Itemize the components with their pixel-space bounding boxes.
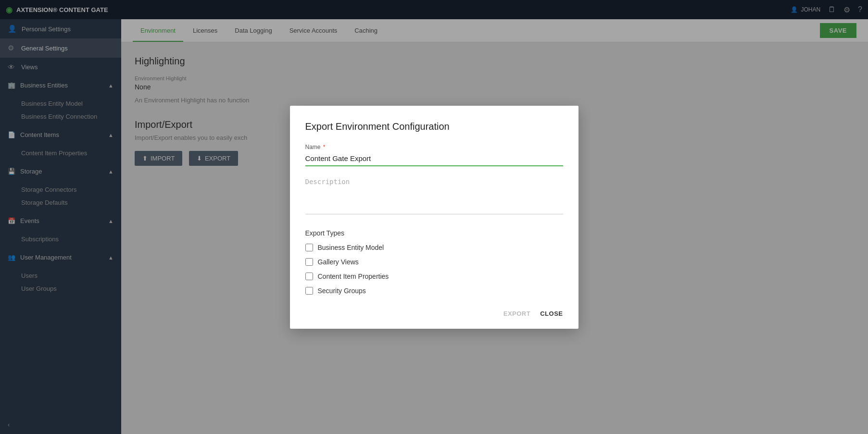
description-textarea[interactable] [305, 176, 563, 214]
export-dialog: Export Environment Configuration Name * … [290, 106, 579, 329]
checkbox-security-groups[interactable] [305, 287, 313, 295]
dialog-close-button[interactable]: CLOSE [540, 310, 563, 317]
dialog-title: Export Environment Configuration [305, 121, 563, 132]
business-entity-model-label: Business Entity Model [318, 244, 384, 251]
dialog-overlay: Export Environment Configuration Name * … [0, 0, 868, 434]
export-type-business-entity-model: Business Entity Model [305, 244, 563, 251]
checkbox-gallery-views[interactable] [305, 258, 313, 266]
security-groups-label: Security Groups [318, 287, 366, 295]
gallery-views-label: Gallery Views [318, 258, 359, 266]
export-type-security-groups: Security Groups [305, 287, 563, 295]
checkbox-content-item-properties[interactable] [305, 273, 313, 280]
dialog-export-button[interactable]: EXPORT [503, 310, 530, 317]
name-field-label: Name * [305, 144, 563, 150]
checkbox-business-entity-model[interactable] [305, 244, 313, 251]
export-type-content-item-properties: Content Item Properties [305, 273, 563, 280]
name-input[interactable] [305, 152, 563, 166]
dialog-actions: EXPORT CLOSE [305, 310, 563, 317]
content-item-properties-label: Content Item Properties [318, 273, 389, 280]
export-types-label: Export Types [305, 229, 563, 237]
required-indicator: * [323, 144, 326, 150]
export-type-gallery-views: Gallery Views [305, 258, 563, 266]
